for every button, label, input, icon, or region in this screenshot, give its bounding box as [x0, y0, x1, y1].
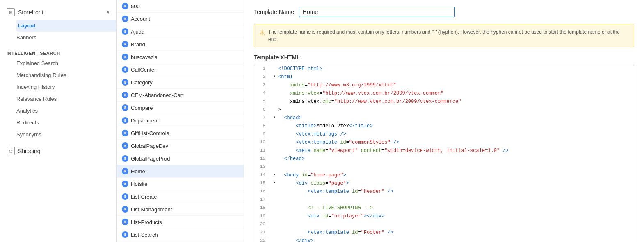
line-toggle[interactable]: ▾ [273, 172, 278, 178]
template-xhtml-label: Template XHTML: [254, 54, 634, 61]
file-list-item[interactable]: ⊕CallCenter [117, 63, 244, 76]
code-line: 7▾ <head> [254, 114, 634, 122]
line-content: <div class="page"> [278, 180, 634, 188]
file-icon: ⊕ [122, 155, 128, 162]
code-line: 18 <!-- LIVE SHOPPING --> [254, 204, 634, 213]
code-line: 3 xmlns="http://www.w3.org/1999/xhtml" [254, 81, 634, 90]
line-content: <vtex:template id="Footer" /> [278, 229, 634, 237]
line-number: 5 [254, 98, 269, 105]
line-toggle[interactable]: ▾ [273, 114, 278, 121]
file-list-item[interactable]: ⊕GlobalPageDev [117, 140, 244, 152]
file-icon: ⊕ [122, 168, 128, 174]
sidebar-item-merchandising-rules[interactable]: Merchandising Rules [0, 69, 116, 81]
code-line: 15▾ <div class="page"> [254, 180, 634, 188]
file-list-item[interactable]: ⊕List-Search [117, 228, 244, 241]
chevron-up-icon: ∧ [106, 9, 110, 15]
file-icon: ⊕ [122, 66, 128, 73]
shipping-icon: ⬡ [7, 147, 15, 155]
code-line: 19 <div id="nz-player"></div> [254, 213, 634, 221]
line-number: 13 [254, 163, 269, 171]
sidebar-item-analytics[interactable]: Analytics [0, 105, 116, 117]
file-icon: ⊕ [122, 79, 128, 86]
line-number: 1 [254, 65, 269, 72]
file-icon: ⊕ [122, 92, 128, 98]
code-line: 5 xmlns:vtex.cmc="http://www.vtex.com.br… [254, 98, 634, 106]
line-content: <html [278, 73, 634, 81]
file-list-item[interactable]: ⊕Account [117, 13, 244, 25]
line-content: </div> [278, 237, 634, 242]
code-line: 14▾ <body id="home-page"> [254, 172, 634, 180]
file-list-item-name: CallCenter [131, 67, 156, 73]
file-icon: ⊕ [122, 181, 128, 187]
file-icon: ⊕ [122, 54, 128, 60]
line-content: <meta name="viewport" content="width=dev… [278, 147, 634, 155]
shipping-nav-item[interactable]: ⬡ Shipping [0, 144, 116, 158]
line-number: 6 [254, 106, 269, 113]
file-icon: ⊕ [122, 117, 128, 124]
line-number: 8 [254, 122, 269, 130]
sidebar-item-banners[interactable]: Banners [16, 32, 116, 43]
file-list-item[interactable]: ⊕List-Create [117, 190, 244, 203]
code-line: 4 xmlns:vtex="http://www.vtex.com.br/200… [254, 90, 634, 98]
file-list-item[interactable]: ⊕CEM-Abandoned-Cart [117, 89, 244, 102]
file-list-item[interactable]: ⊕Department [117, 114, 244, 127]
file-list-item[interactable]: ⊕List-Products [117, 216, 244, 228]
file-list-item-name: CEM-Abandoned-Cart [131, 92, 184, 98]
file-list-item[interactable]: ⊕Brand [117, 38, 244, 51]
line-number: 20 [254, 221, 269, 228]
file-list-item-name: Department [131, 118, 159, 124]
warning-text: The template name is required and must c… [268, 28, 629, 43]
warning-icon: ⚠ [259, 28, 265, 38]
file-list-item[interactable]: ⊕Ajuda [117, 25, 244, 38]
file-list-item-name: List-Create [131, 194, 157, 200]
file-list-item[interactable]: ⊕Category [117, 76, 244, 89]
sidebar-item-indexing-history[interactable]: Indexing History [0, 81, 116, 93]
sidebar: ⊞ Storefront ∧ Layout Banners INTELLIGEN… [0, 0, 117, 242]
line-content: <vtex:template id="Header" /> [278, 188, 634, 196]
shipping-label: Shipping [18, 148, 41, 154]
file-list-item-name: buscavazia [131, 54, 158, 60]
sidebar-item-layout[interactable]: Layout [16, 20, 116, 32]
file-list-item[interactable]: ⊕List-Management [117, 203, 244, 216]
sidebar-item-synonyms[interactable]: Synonyms [0, 129, 116, 140]
line-toggle[interactable]: ▾ [273, 73, 278, 80]
file-icon: ⊕ [122, 16, 128, 22]
line-number: 7 [254, 114, 269, 122]
sidebar-item-relevance-rules[interactable]: Relevance Rules [0, 93, 116, 105]
file-list-item-name: Ajuda [131, 29, 144, 35]
code-editor[interactable]: 1 <!DOCTYPE html>2▾<html3 xmlns="http://… [254, 65, 634, 242]
template-name-input[interactable] [299, 7, 455, 17]
file-list-item[interactable]: ⊕Compare [117, 102, 244, 114]
storefront-icon: ⊞ [7, 8, 15, 16]
code-line: 9 <vtex:metaTags /> [254, 131, 634, 139]
storefront-nav-item[interactable]: ⊞ Storefront ∧ [0, 5, 116, 20]
line-number: 16 [254, 188, 269, 195]
file-list-item-name: 500 [131, 3, 140, 9]
sidebar-item-explained-search[interactable]: Explained Search [0, 57, 116, 69]
file-list-item[interactable]: ⊕GlobalPageProd [117, 152, 244, 165]
file-list-item[interactable]: ⊕GiftList-Controls [117, 127, 244, 140]
line-content: <vtex:metaTags /> [278, 131, 634, 138]
line-toggle[interactable]: ▾ [273, 180, 278, 186]
line-number: 19 [254, 213, 269, 220]
file-list-item[interactable]: ⊕Hotsite [117, 178, 244, 190]
line-number: 2 [254, 73, 269, 81]
file-icon: ⊕ [122, 28, 128, 35]
code-line: 1 <!DOCTYPE html> [254, 65, 634, 73]
code-line: 8 <title>Modelo Vtex</title> [254, 122, 634, 131]
main-content: Template Name: ⚠ The template name is re… [244, 0, 644, 242]
file-list-item[interactable]: ⊕Home [117, 165, 244, 178]
line-number: 14 [254, 172, 269, 179]
file-list-item[interactable]: ⊕buscavazia [117, 51, 244, 63]
line-number: 21 [254, 229, 269, 236]
code-line: 10 <vtex:template id="commonStyles" /> [254, 139, 634, 147]
line-content: <body id="home-page"> [278, 172, 634, 179]
file-list-item-name: Home [131, 168, 145, 174]
code-line: 6 > [254, 106, 634, 114]
file-list-item[interactable]: ⊕500 [117, 0, 244, 13]
line-number: 15 [254, 180, 269, 187]
file-icon: ⊕ [122, 231, 128, 238]
template-name-label: Template Name: [254, 9, 296, 15]
file-icon: ⊕ [122, 130, 128, 136]
sidebar-item-redirects[interactable]: Redirects [0, 117, 116, 129]
